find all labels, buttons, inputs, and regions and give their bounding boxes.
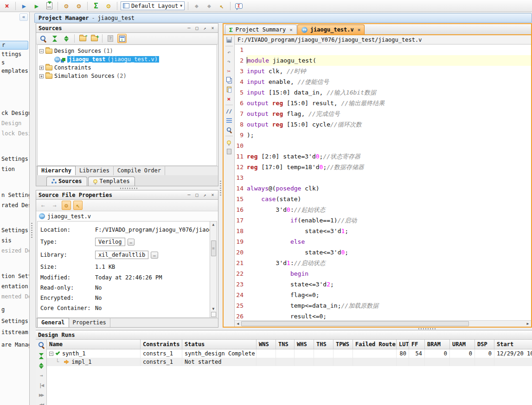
expand-expander-icon[interactable]: + — [39, 66, 44, 70]
code-line[interactable]: 8output reg [15:0] cycle//循环次数 — [235, 119, 531, 130]
expand-expander-icon[interactable]: + — [39, 74, 44, 78]
code-line[interactable]: 22 begin — [235, 268, 531, 279]
find-icon[interactable] — [226, 127, 232, 133]
code-line[interactable]: 18 state<=3'd1; — [235, 226, 531, 236]
code-line[interactable]: 11reg [2:0] state=3'd0;//状态寄存器 — [235, 151, 531, 162]
code-line[interactable]: 4input enable, //使能信号 — [235, 76, 531, 87]
layout-select[interactable]: Default Layout ▼ — [121, 1, 185, 10]
table-row[interactable]: −synth_1constrs_1synth_design Complete!8… — [47, 349, 532, 358]
flow-nav-item[interactable]: Settings — [1, 318, 28, 324]
sidebar-splitter[interactable] — [30, 12, 34, 405]
flow-nav-item[interactable]: are Manager — [1, 342, 30, 348]
code-line[interactable]: 9); — [235, 130, 531, 140]
library-value-field[interactable]: xil_defaultlib — [95, 251, 148, 259]
column-splitter[interactable] — [218, 23, 223, 328]
cut-icon[interactable]: ✂ — [225, 68, 233, 74]
flow-nav-item[interactable]: ttings — [1, 51, 21, 57]
scroll-up-icon[interactable]: ▲ — [211, 221, 217, 228]
code-line[interactable]: 6output reg [15:0] result, //输出最终结果 — [235, 98, 531, 108]
float-icon[interactable]: ↗ — [202, 192, 208, 198]
properties-gear-icon[interactable]: ⚙ — [62, 201, 71, 210]
cancel-icon[interactable]: × — [2, 1, 12, 11]
settings-gear-icon[interactable]: ⚙ — [61, 1, 71, 11]
code-line[interactable]: 2module jiaogu_test( — [235, 55, 531, 66]
float-icon[interactable]: ↗ — [202, 25, 208, 31]
select-pointer-icon[interactable]: ↖ — [217, 1, 227, 11]
code-line[interactable]: 13 — [235, 172, 531, 183]
tree-item-simulation-sources[interactable]: + Simulation Sources (2) — [39, 72, 217, 80]
run-elaboration-icon[interactable]: ▶ — [19, 1, 29, 11]
code-line[interactable]: 24 flag<=0; — [235, 290, 531, 300]
close-tab-icon[interactable]: × — [358, 27, 361, 33]
tab-hierarchy[interactable]: Hierarchy — [37, 166, 76, 175]
code-line[interactable]: 15 case(state) — [235, 194, 531, 204]
code-line[interactable]: 20 state<=3'd0; — [235, 247, 531, 258]
code-line[interactable]: 10 — [235, 140, 531, 151]
add-sources-icon[interactable]: + — [90, 34, 99, 43]
code-line[interactable]: 7output reg flag, //完成信号 — [235, 108, 531, 119]
open-sources-icon[interactable]: ➔ — [78, 34, 87, 43]
paste-icon[interactable] — [225, 86, 233, 93]
report-sigma-icon[interactable]: Σ — [91, 1, 101, 11]
collapse-expander-icon[interactable]: − — [49, 352, 53, 356]
flow-nav-item[interactable]: emplates — [1, 68, 28, 74]
code-line[interactable]: 12reg [17:0] temp=18'd0;//数据存储器 — [235, 162, 531, 172]
type-value-field[interactable]: Verilog — [95, 238, 125, 246]
close-tab-icon[interactable]: × — [289, 27, 293, 33]
code-line[interactable]: 16 3'd0://起始状态 — [235, 204, 531, 215]
tab-sources[interactable]: Sources — [46, 177, 87, 186]
tools-icon[interactable]: ⚙ — [74, 1, 84, 11]
editor-code-area[interactable]: 12module jiaogu_test(3input clk, //时钟4in… — [235, 44, 531, 320]
maximize-icon[interactable]: □ — [194, 25, 200, 31]
indent-icon[interactable] — [225, 117, 233, 124]
flow-nav-item[interactable]: Settings — [1, 156, 28, 162]
feedback-icon[interactable]: Σ — [234, 1, 244, 11]
selected-tree-item[interactable]: jiaogu_test (jiaogu_test.v) — [67, 56, 159, 63]
close-icon[interactable]: × — [210, 25, 216, 31]
flow-nav-item[interactable]: rated Desig — [1, 202, 30, 209]
code-line[interactable]: 17 if(enable==1)//启动 — [235, 215, 531, 226]
tab-templates[interactable]: Templates — [88, 177, 135, 186]
tab-jiaogu-test-v[interactable]: ve jiaogu_test.v × — [297, 25, 365, 34]
flow-nav-item[interactable]: ck Design — [1, 110, 30, 116]
tree-item-design-sources[interactable]: − Design Sources (1) — [39, 47, 217, 55]
collapse-all-icon[interactable] — [39, 353, 44, 359]
collapse-expander-icon[interactable]: − — [39, 49, 44, 53]
resize-corner-icon[interactable] — [211, 312, 216, 317]
vertical-scrollbar[interactable]: ▲ ▼ — [210, 221, 217, 317]
gear2-icon[interactable]: ⚙ — [103, 1, 114, 11]
flow-nav-item[interactable]: Settings — [1, 227, 28, 234]
scroll-to-selected-icon[interactable] — [117, 34, 127, 43]
maximize-icon[interactable]: □ — [194, 192, 200, 198]
save-icon[interactable] — [225, 37, 233, 43]
code-line[interactable]: 26 result<=0; — [235, 311, 531, 320]
copy-icon[interactable] — [225, 77, 233, 83]
flow-nav-item[interactable]: entation — [1, 283, 28, 290]
code-line[interactable]: 1 — [235, 44, 531, 55]
collapse-all-icon[interactable] — [50, 34, 59, 43]
minimize-icon[interactable]: ─ — [186, 25, 192, 31]
flow-nav-item[interactable]: sis — [1, 237, 12, 244]
code-line[interactable]: 14always@(posedge clk) — [235, 183, 531, 194]
flow-nav-item[interactable]: r — [0, 41, 28, 50]
expand-all-icon[interactable] — [39, 363, 44, 369]
library-browse-button[interactable]: … — [151, 252, 158, 259]
code-line[interactable]: 23 state<=3'd2; — [235, 279, 531, 290]
code-line[interactable]: 19 else — [235, 236, 531, 247]
flow-nav-item[interactable]: tion — [1, 166, 15, 172]
tab-compile-order[interactable]: Compile Order — [114, 166, 165, 175]
scrollbar-thumb[interactable] — [241, 321, 469, 326]
flow-nav-item[interactable]: s — [1, 59, 5, 66]
table-row[interactable]: └impl_1constrs_1Not started — [47, 358, 532, 366]
comment-icon[interactable]: // — [225, 108, 233, 114]
flow-nav-item[interactable]: g — [1, 306, 5, 313]
code-line[interactable]: 5input [15:0] data_in, //输入16bit数据 — [235, 87, 531, 98]
code-line[interactable]: 21 3'd1://启动状态 — [235, 258, 531, 268]
flow-nav-item[interactable]: itstream — [1, 329, 28, 335]
flow-nav-item[interactable]: n Settings — [1, 192, 30, 198]
bottom-splitter[interactable] — [34, 328, 532, 330]
select-cursor-icon[interactable]: ↖ — [73, 201, 83, 210]
panel-splitter[interactable] — [36, 186, 218, 190]
code-line[interactable]: 3input clk, //时钟 — [235, 66, 531, 76]
flow-nav-item[interactable]: tion Settin — [1, 273, 30, 279]
